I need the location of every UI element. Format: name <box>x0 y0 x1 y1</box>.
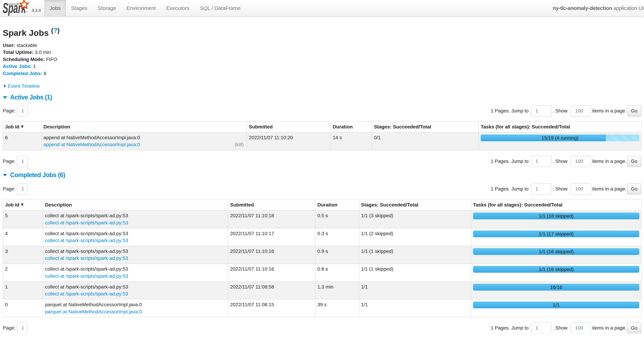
svg-text:TM: TM <box>26 11 28 12</box>
svg-text:APACHE: APACHE <box>8 3 19 5</box>
